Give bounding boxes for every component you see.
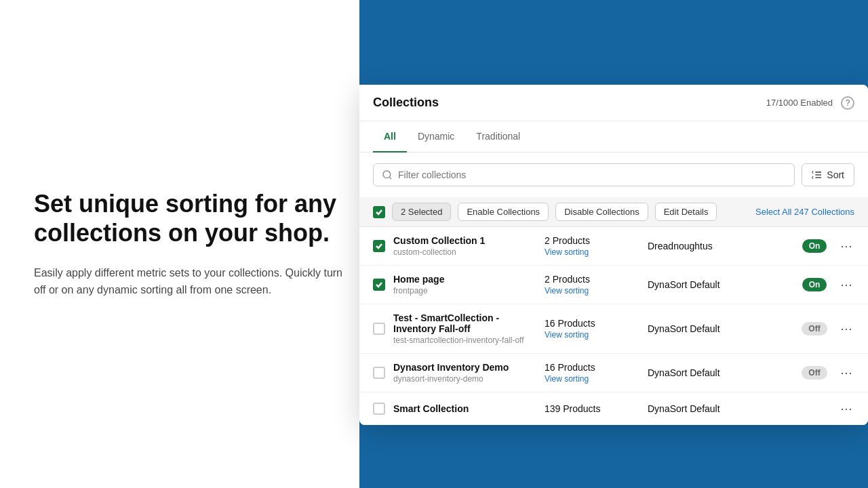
collection-handle-2: frontpage <box>393 286 536 296</box>
sort-strategy-5: DynaSort Default <box>648 403 791 414</box>
collection-name-3: Test - SmartCollection - Inventory Fall-… <box>393 312 536 334</box>
sort-icon <box>812 169 823 180</box>
toggle-off-4: Off <box>802 366 827 380</box>
disable-collections-button[interactable]: Disable Collections <box>555 203 648 221</box>
collection-handle-1: custom-collection <box>393 247 536 257</box>
sort-button[interactable]: Sort <box>802 163 854 186</box>
products-info-2: 2 Products View sorting <box>545 274 639 296</box>
products-count-2: 2 Products <box>545 274 639 285</box>
toolbar: Sort <box>359 152 868 197</box>
collection-name-2: Home page <box>393 274 536 285</box>
sort-label: Sort <box>827 169 844 180</box>
products-info-3: 16 Products View sorting <box>545 318 639 340</box>
view-sorting-link-2[interactable]: View sorting <box>545 286 639 296</box>
toggle-3[interactable]: Off <box>799 322 830 336</box>
row-checkbox-1[interactable] <box>373 240 385 252</box>
collections-header: Collections 17/1000 Enabled ? <box>359 85 868 121</box>
search-input[interactable] <box>398 169 786 180</box>
tab-traditional[interactable]: Traditional <box>465 121 531 152</box>
tab-dynamic[interactable]: Dynamic <box>407 121 465 152</box>
hero-subtitle: Easily apply different metric sets to yo… <box>34 264 349 299</box>
search-icon <box>382 169 393 180</box>
sort-strategy-3: DynaSort Default <box>648 323 791 334</box>
collection-info-1: Custom Collection 1 custom-collection <box>393 235 536 257</box>
search-box <box>373 163 795 186</box>
view-sorting-link-3[interactable]: View sorting <box>545 330 639 340</box>
collection-name-5: Smart Collection <box>393 403 536 414</box>
row-checkbox-5[interactable] <box>373 403 385 415</box>
check-icon <box>375 281 383 289</box>
products-info-5: 139 Products <box>545 403 639 414</box>
row-checkbox-2[interactable] <box>373 279 385 291</box>
toggle-4[interactable]: Off <box>799 366 830 380</box>
select-all-checkbox[interactable] <box>373 206 385 218</box>
table-row: Test - SmartCollection - Inventory Fall-… <box>359 304 868 354</box>
collection-info-2: Home page frontpage <box>393 274 536 296</box>
toggle-2[interactable]: On <box>799 278 830 291</box>
products-count-1: 2 Products <box>545 235 639 246</box>
collection-info-3: Test - SmartCollection - Inventory Fall-… <box>393 312 536 345</box>
collection-handle-4: dynasort-inventory-demo <box>393 374 536 384</box>
tab-all[interactable]: All <box>373 121 407 152</box>
toggle-on-1: On <box>802 239 827 253</box>
checkmark-icon <box>375 208 383 216</box>
row-menu-3[interactable]: ⋯ <box>838 321 854 337</box>
products-count-4: 16 Products <box>545 362 639 373</box>
header-right: 17/1000 Enabled ? <box>766 96 854 110</box>
collections-panel: Collections 17/1000 Enabled ? All Dynami… <box>359 85 868 425</box>
sort-strategy-1: Dreadnoughtus <box>648 241 791 251</box>
tabs-row: All Dynamic Traditional <box>359 121 868 152</box>
products-count-3: 16 Products <box>545 318 639 329</box>
collection-info-4: Dynasort Inventory Demo dynasort-invento… <box>393 362 536 384</box>
check-icon <box>375 242 383 250</box>
left-panel: Set unique sorting for any collections o… <box>0 0 383 488</box>
sort-strategy-4: DynaSort Default <box>648 367 791 378</box>
select-all-link[interactable]: Select All 247 Collections <box>755 207 854 217</box>
help-icon[interactable]: ? <box>841 96 854 110</box>
view-sorting-link-1[interactable]: View sorting <box>545 247 639 257</box>
products-info-1: 2 Products View sorting <box>545 235 639 257</box>
table-row: Smart Collection 139 Products DynaSort D… <box>359 392 868 425</box>
row-menu-1[interactable]: ⋯ <box>838 238 854 254</box>
products-count-5: 139 Products <box>545 403 639 414</box>
selection-bar: 2 Selected Enable Collections Disable Co… <box>359 197 868 227</box>
view-sorting-link-4[interactable]: View sorting <box>545 374 639 384</box>
row-checkbox-4[interactable] <box>373 367 385 379</box>
edit-details-button[interactable]: Edit Details <box>655 203 717 221</box>
products-info-4: 16 Products View sorting <box>545 362 639 384</box>
sort-strategy-2: DynaSort Default <box>648 279 791 290</box>
svg-line-1 <box>389 177 391 179</box>
toggle-off-3: Off <box>802 322 827 336</box>
collection-name-4: Dynasort Inventory Demo <box>393 362 536 373</box>
enable-collections-button[interactable]: Enable Collections <box>458 203 549 221</box>
collection-handle-3: test-smartcollection-inventory-fall-off <box>393 336 536 345</box>
row-menu-4[interactable]: ⋯ <box>838 365 854 381</box>
toggle-on-2: On <box>802 278 827 291</box>
table-row: Home page frontpage 2 Products View sort… <box>359 266 868 304</box>
collection-name-1: Custom Collection 1 <box>393 235 536 246</box>
row-menu-2[interactable]: ⋯ <box>838 277 854 293</box>
collection-info-5: Smart Collection <box>393 403 536 414</box>
hero-title: Set unique sorting for any collections o… <box>34 189 349 247</box>
svg-point-0 <box>383 171 391 178</box>
collection-list: Custom Collection 1 custom-collection 2 … <box>359 227 868 425</box>
enabled-badge: 17/1000 Enabled <box>766 98 833 108</box>
toggle-1[interactable]: On <box>799 239 830 253</box>
collections-title: Collections <box>373 96 439 110</box>
row-checkbox-3[interactable] <box>373 323 385 335</box>
row-menu-5[interactable]: ⋯ <box>838 401 854 417</box>
table-row: Custom Collection 1 custom-collection 2 … <box>359 227 868 266</box>
selected-badge: 2 Selected <box>392 203 451 221</box>
table-row: Dynasort Inventory Demo dynasort-invento… <box>359 354 868 392</box>
blue-top-bg <box>359 0 868 85</box>
